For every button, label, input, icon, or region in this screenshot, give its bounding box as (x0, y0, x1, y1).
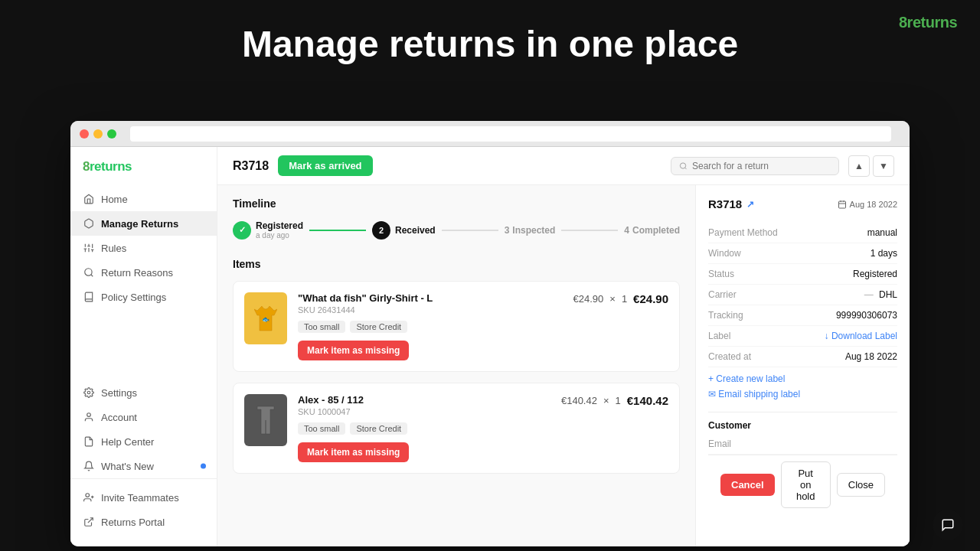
package-icon (83, 217, 95, 230)
info-row-label: Label ↓ Download Label (708, 326, 897, 347)
item-image-1: 🐟 (244, 292, 287, 344)
right-return-id: R3718 ↗ (708, 197, 754, 210)
browser-chrome (70, 121, 910, 147)
item-price-area-2: €140.42 × 1 €140.42 (561, 394, 668, 407)
label-links: + Create new label ✉ Email shipping labe… (708, 367, 897, 406)
mark-missing-button-2[interactable]: Mark item as missing (298, 442, 409, 462)
sidebar-item-label: Returns Portal (101, 517, 165, 528)
sidebar-item-invite-teammates[interactable]: Invite Teammates (70, 485, 217, 510)
item-image-2 (244, 394, 287, 446)
tag-too-small-2: Too small (298, 422, 345, 435)
right-panel: R3718 ↗ Aug 18 2022 Payment Method manua… (695, 185, 910, 546)
timeline-title: Timeline (233, 197, 680, 210)
sidebar-footer: Invite Teammates Returns Portal (70, 478, 217, 534)
sidebar-item-returns-portal[interactable]: Returns Portal (70, 510, 217, 534)
step-num-3: 3 (505, 225, 510, 236)
left-panel: Timeline ✓ Registered a day ago (217, 185, 695, 546)
connector-1 (309, 230, 366, 231)
close-button[interactable]: Close (837, 473, 885, 497)
whats-new-badge (201, 464, 206, 469)
sidebar-item-rules[interactable]: Rules (70, 236, 217, 260)
chat-bubble-button[interactable] (933, 510, 963, 540)
window-minimize-dot[interactable] (93, 129, 103, 139)
item-price-area-1: €24.90 × 1 €24.90 (573, 292, 668, 305)
window-maximize-dot[interactable] (107, 129, 116, 139)
create-label-link[interactable]: + Create new label (708, 373, 897, 384)
mark-missing-button-1[interactable]: Mark item as missing (298, 341, 409, 360)
info-row-payment: Payment Method manual (708, 223, 897, 243)
svg-point-13 (86, 494, 90, 497)
app-layout: 8returns Home Manage Returns (70, 147, 910, 546)
item-total-2: €140.42 (627, 394, 668, 407)
timeline-step-completed: Completed (632, 225, 680, 236)
item-card-1: 🐟 "What da fish" Girly-Shirt - L SKU 264… (233, 281, 680, 372)
sidebar-item-home[interactable]: Home (70, 187, 217, 211)
search-icon (83, 266, 95, 279)
item-unit-price-1: €24.90 (573, 293, 604, 305)
top-bar: R3718 Mark as arrived ▲ ▼ (217, 147, 910, 185)
item-total-1: €24.90 (633, 292, 668, 305)
nav-up-button[interactable]: ▲ (848, 155, 870, 177)
sidebar-item-help-center[interactable]: Help Center (70, 429, 217, 454)
customer-section-title: Customer (708, 412, 897, 434)
item-tags-2: Too small Store Credit (298, 422, 550, 435)
search-input[interactable] (692, 161, 831, 171)
nav-down-button[interactable]: ▼ (873, 155, 894, 177)
content-area: Timeline ✓ Registered a day ago (217, 185, 910, 546)
pants-icon (255, 405, 276, 435)
svg-point-12 (87, 413, 91, 417)
put-on-hold-button[interactable]: Put on hold (781, 461, 831, 508)
url-bar[interactable] (130, 126, 891, 142)
action-bar: Cancel Put on hold Close (708, 455, 897, 514)
step-label-registered: Registered a day ago (256, 220, 303, 240)
mark-arrived-button[interactable]: Mark as arrived (278, 155, 372, 176)
book-icon (83, 291, 95, 303)
svg-text:🐟: 🐟 (262, 315, 270, 323)
item-quantity-2: 1 (616, 395, 621, 406)
item-sku-1: SKU 26431444 (298, 305, 563, 315)
info-row-carrier: Carrier — DHL (708, 285, 897, 305)
sliders-icon (83, 242, 95, 254)
timeline-step-registered: ✓ Registered a day ago (233, 220, 303, 240)
sidebar-item-policy-settings[interactable]: Policy Settings (70, 285, 217, 309)
sidebar-item-label: Return Reasons (101, 267, 173, 279)
info-row-email: Email (708, 434, 897, 455)
svg-point-17 (680, 162, 685, 168)
external-link-icon[interactable]: ↗ (746, 199, 754, 210)
sidebar-item-account[interactable]: Account (70, 405, 217, 429)
item-tags-1: Too small Store Credit (298, 321, 563, 333)
item-quantity-1: 1 (622, 293, 627, 305)
item-name-1: "What da fish" Girly-Shirt - L (298, 292, 563, 304)
sidebar-item-label: Home (101, 194, 128, 205)
tag-too-small-1: Too small (298, 321, 345, 333)
sidebar-item-label: Rules (101, 243, 126, 254)
svg-point-11 (87, 391, 90, 394)
gear-icon (83, 386, 95, 399)
sidebar-item-label: Help Center (101, 436, 154, 448)
sidebar-item-manage-returns[interactable]: Manage Returns (70, 211, 217, 236)
sidebar-nav: Home Manage Returns Rules (70, 187, 217, 534)
item-unit-price-2: €140.42 (561, 395, 597, 406)
browser-window: 8returns Home Manage Returns (70, 121, 910, 546)
tag-store-credit-2: Store Credit (350, 422, 407, 435)
timeline-step-received: 2 Received (372, 221, 436, 240)
download-label-link[interactable]: ↓ Download Label (825, 331, 897, 341)
email-shipping-link[interactable]: ✉ Email shipping label (708, 389, 897, 399)
sidebar-item-return-reasons[interactable]: Return Reasons (70, 260, 217, 285)
tag-store-credit-1: Store Credit (350, 321, 407, 333)
window-close-dot[interactable] (80, 129, 89, 139)
svg-line-16 (88, 518, 93, 523)
user-icon (83, 411, 95, 423)
step-label-received: Received (395, 225, 436, 236)
sidebar-item-label: What's New (101, 461, 154, 472)
connector-3 (561, 230, 618, 231)
cancel-button[interactable]: Cancel (720, 474, 775, 496)
sidebar-item-settings[interactable]: Settings (70, 380, 217, 405)
search-bar[interactable] (671, 157, 839, 175)
step-icon-received: 2 (372, 221, 390, 240)
sidebar-item-whats-new[interactable]: What's New (70, 454, 217, 478)
info-row-created: Created at Aug 18 2022 (708, 347, 897, 367)
sidebar-logo: 8returns (70, 159, 217, 187)
svg-line-18 (685, 168, 687, 169)
date-badge: Aug 18 2022 (838, 200, 897, 209)
